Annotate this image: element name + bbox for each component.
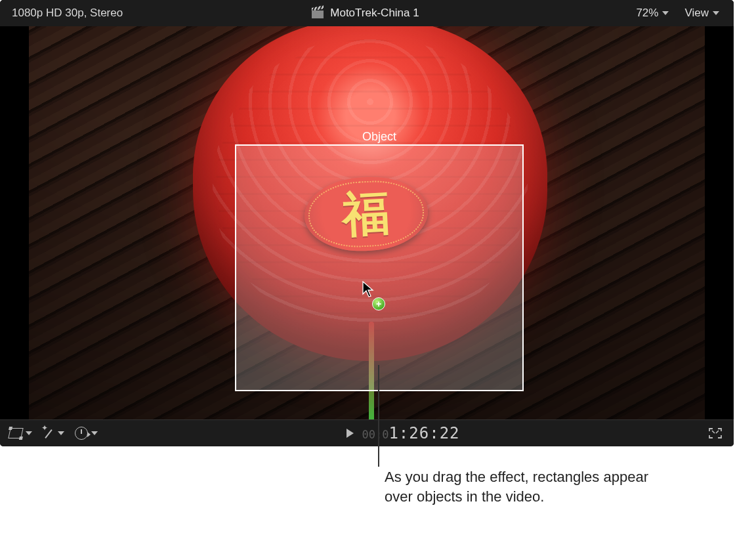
viewer-bottombar: 00:01:26:22: [0, 419, 734, 446]
fu-glyph: 福: [303, 174, 430, 254]
fullscreen-button[interactable]: [709, 428, 734, 438]
lantern-graphic: 福: [108, 26, 633, 400]
zoom-menu[interactable]: 72%: [636, 7, 669, 20]
callout-caption: As you drag the effect, rectangles appea…: [385, 467, 667, 506]
timecode-prefix: 00:0: [362, 428, 388, 441]
magic-wand-icon: [43, 427, 54, 439]
retime-tool[interactable]: [75, 427, 98, 440]
app-screenshot: 1080p HD 30p, Stereo MotoTrek-China 1 72…: [0, 0, 756, 533]
transform-tool[interactable]: [9, 428, 32, 438]
callout-leader-line: [378, 365, 379, 467]
retime-icon: [75, 427, 88, 440]
chevron-down-icon: [26, 431, 32, 435]
chevron-down-icon: [91, 431, 98, 435]
format-readout: 1080p HD 30p, Stereo: [0, 7, 247, 20]
fu-tag: 福: [303, 174, 430, 254]
chevron-down-icon: [58, 431, 64, 435]
project-name: MotoTrek-China 1: [330, 7, 419, 20]
enhance-tool[interactable]: [43, 427, 64, 439]
add-badge-icon: +: [372, 297, 385, 310]
video-canvas[interactable]: 福 Object +: [0, 26, 734, 420]
viewer-topbar: 1080p HD 30p, Stereo MotoTrek-China 1 72…: [0, 0, 734, 27]
onscreen-tools: [0, 427, 98, 440]
play-icon[interactable]: [346, 429, 354, 438]
project-title: MotoTrek-China 1: [247, 7, 483, 20]
view-menu-label: View: [684, 7, 709, 20]
chevron-down-icon: [713, 11, 719, 15]
video-frame: 福: [29, 26, 705, 420]
cursor-pointer-icon: [362, 281, 374, 298]
chevron-down-icon: [662, 11, 669, 15]
viewer-panel: 1080p HD 30p, Stereo MotoTrek-China 1 72…: [0, 0, 734, 446]
transform-icon: [8, 428, 23, 438]
timecode-main: 1:26:22: [388, 424, 459, 442]
zoom-level: 72%: [636, 7, 658, 20]
lantern-tassel: [369, 322, 374, 420]
view-menu[interactable]: View: [684, 7, 719, 20]
transport-center: 00:01:26:22: [98, 424, 709, 442]
clapboard-icon: [312, 8, 324, 18]
